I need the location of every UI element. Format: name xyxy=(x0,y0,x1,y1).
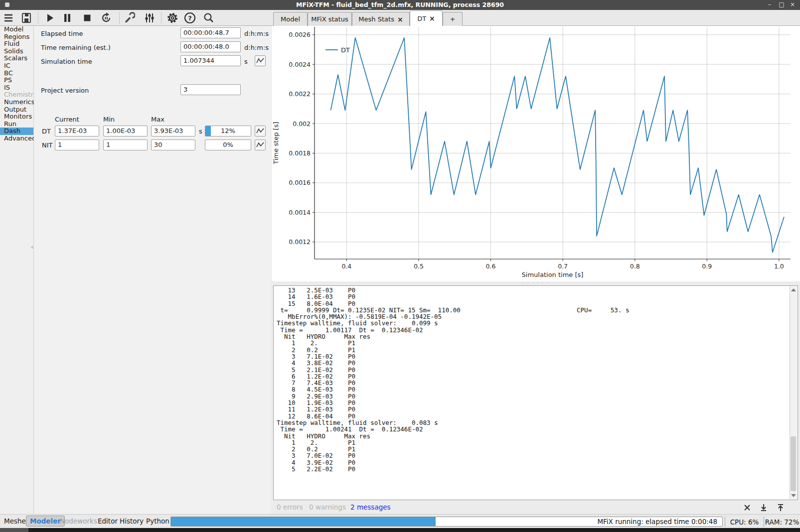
sidebar-item-solids[interactable]: Solids xyxy=(0,48,33,55)
sidebar-item-dash[interactable]: Dash xyxy=(0,128,33,135)
close-icon[interactable]: × xyxy=(788,1,797,8)
cpu-usage: CPU: 6% xyxy=(725,517,764,527)
nit-max-field[interactable]: 30 xyxy=(151,139,195,150)
tab-mfix-status[interactable]: MFiX status xyxy=(308,12,352,26)
settings-button[interactable] xyxy=(166,11,179,24)
nit-progress-bar: 0% xyxy=(205,139,251,150)
scroll-up-icon[interactable] xyxy=(791,288,796,291)
new-tab-button[interactable]: + xyxy=(443,12,463,26)
bottom-scrollbar-thumb[interactable] xyxy=(0,528,28,532)
mode-tab-python[interactable]: Python xyxy=(146,517,169,525)
tab-label: Model xyxy=(281,15,300,23)
reset-button[interactable] xyxy=(100,11,113,24)
time-remaining-label: Time remaining (est.) xyxy=(41,44,111,51)
dt-plot-button[interactable] xyxy=(255,126,266,136)
tab-label: MFiX status xyxy=(311,15,348,23)
scroll-to-bottom-button[interactable] xyxy=(758,502,769,513)
help-button[interactable]: ? xyxy=(183,11,196,24)
dt-min-field[interactable]: 1.00E-03 xyxy=(103,126,148,136)
search-button[interactable] xyxy=(202,11,215,24)
menu-button[interactable] xyxy=(2,11,15,24)
console-scrollbar-thumb[interactable] xyxy=(791,436,796,491)
sidebar-item-regions[interactable]: Regions xyxy=(0,33,33,41)
sidebar-item-scalars[interactable]: Scalars xyxy=(0,55,33,62)
elapsed-time-field[interactable]: 00:00:00:48.7 xyxy=(180,27,241,38)
project-version-label: Project version xyxy=(41,87,89,94)
scroll-down-icon[interactable] xyxy=(791,494,796,497)
sidebar-item-bc[interactable]: BC xyxy=(0,70,33,77)
tab-mesh-stats[interactable]: Mesh Stats× xyxy=(352,12,410,26)
mode-tab-modeler[interactable]: Modeler xyxy=(26,516,65,527)
chart-axes: 0.40.50.60.70.80.91.00.00120.00140.00160… xyxy=(289,27,791,270)
console-scrollbar[interactable] xyxy=(790,286,797,499)
bottom-scrollbar[interactable] xyxy=(0,528,800,532)
dt-max-field[interactable]: 3.93E-03 xyxy=(151,126,195,136)
simulation-time-plot-button[interactable] xyxy=(255,55,266,66)
column-header-current: Current xyxy=(55,116,79,123)
mode-tab-editor[interactable]: Editor xyxy=(98,517,118,525)
mode-tab-mesher[interactable]: Mesher xyxy=(4,517,28,525)
nit-plot-button[interactable] xyxy=(255,139,266,150)
run-progress-bar: MFiX running: elapsed time 0:00:48 xyxy=(170,517,723,527)
nit-current-field[interactable]: 1 xyxy=(55,139,99,150)
sliders-icon xyxy=(144,12,156,24)
legend-label: DT xyxy=(341,46,350,54)
save-button[interactable] xyxy=(20,11,33,24)
sidebar-item-is[interactable]: IS xyxy=(0,84,33,92)
tab-close-icon[interactable]: × xyxy=(429,14,435,22)
pause-button[interactable] xyxy=(61,11,74,24)
clear-messages-button[interactable] xyxy=(742,502,753,513)
svg-text:0.6: 0.6 xyxy=(486,263,496,270)
scroll-to-top-button[interactable] xyxy=(775,502,786,513)
sidebar-item-model[interactable]: Model xyxy=(0,26,33,33)
nit-min-field[interactable]: 1 xyxy=(103,139,148,150)
dt-progress-bar: 12% xyxy=(205,126,251,136)
toolbar-separator xyxy=(38,12,38,24)
x-axis-label: Simulation time [s] xyxy=(522,271,584,278)
svg-text:0.9: 0.9 xyxy=(702,263,712,270)
dt-current-field[interactable]: 1.37E-03 xyxy=(55,126,99,136)
messages-count[interactable]: 2 messages xyxy=(350,503,391,511)
parameters-button[interactable] xyxy=(143,11,156,24)
hamburger-icon xyxy=(2,12,14,24)
sidebar-item-ic[interactable]: IC xyxy=(0,62,33,70)
tab-label: Mesh Stats xyxy=(358,15,394,23)
sidebar-item-run[interactable]: Run xyxy=(0,121,33,128)
warnings-count: 0 warnings xyxy=(309,503,346,511)
plot-line-icon xyxy=(256,127,265,135)
maximize-icon[interactable]: □ xyxy=(777,1,786,8)
close-x-icon xyxy=(743,504,751,512)
status-bar: MesherModelerNodeworksEditorHistoryPytho… xyxy=(0,514,800,528)
simulation-time-field[interactable]: 1.007344 xyxy=(180,55,241,66)
dt-chart: 0.40.50.60.70.80.91.00.00120.00140.00160… xyxy=(272,26,800,281)
svg-text:0.5: 0.5 xyxy=(414,263,424,270)
solver-console: 13 2.5E-03 P0 14 1.6E-03 P0 15 8.0E-04 P… xyxy=(273,285,798,500)
build-button[interactable] xyxy=(123,11,136,24)
sidebar-item-advanced[interactable]: Advanced xyxy=(0,135,33,142)
tab-model[interactable]: Model xyxy=(273,12,308,26)
errors-count: 0 errors xyxy=(277,503,303,511)
time-remaining-unit: d:h:m:s xyxy=(244,44,269,51)
svg-text:0.7: 0.7 xyxy=(558,263,568,270)
sidebar-item-monitors[interactable]: Monitors xyxy=(0,113,33,121)
plot-line-icon xyxy=(256,141,265,149)
tab-close-icon[interactable]: × xyxy=(397,15,403,23)
svg-text:0.0014: 0.0014 xyxy=(289,209,311,216)
sidebar-item-output[interactable]: Output xyxy=(0,106,33,114)
sidebar-item-fluid[interactable]: Fluid xyxy=(0,40,33,48)
splitter-handle[interactable]: · · · · · · xyxy=(272,281,800,285)
sidebar-item-ps[interactable]: PS xyxy=(0,77,33,84)
minimize-icon[interactable]: – xyxy=(765,1,774,8)
tab-dt[interactable]: DT× xyxy=(410,10,443,26)
panel-collapse-handle[interactable]: ‹ xyxy=(31,243,33,251)
mode-tab-history[interactable]: History xyxy=(120,517,144,525)
time-remaining-field[interactable]: 00:00:00:48.0 xyxy=(180,41,241,52)
sidebar-item-numerics[interactable]: Numerics xyxy=(0,99,33,106)
svg-text:0.0022: 0.0022 xyxy=(289,90,311,98)
run-button[interactable] xyxy=(43,11,56,24)
project-version-field[interactable]: 3 xyxy=(180,84,241,95)
stop-button[interactable] xyxy=(81,11,94,24)
nav-sidebar: ModelRegionsFluidSolidsScalarsICBCPSISCh… xyxy=(0,26,34,514)
svg-text:0.0018: 0.0018 xyxy=(289,149,311,157)
window-title: MFiX-TFM - fluid_bed_tfm_2d.mfx, RUNNING… xyxy=(0,1,800,8)
